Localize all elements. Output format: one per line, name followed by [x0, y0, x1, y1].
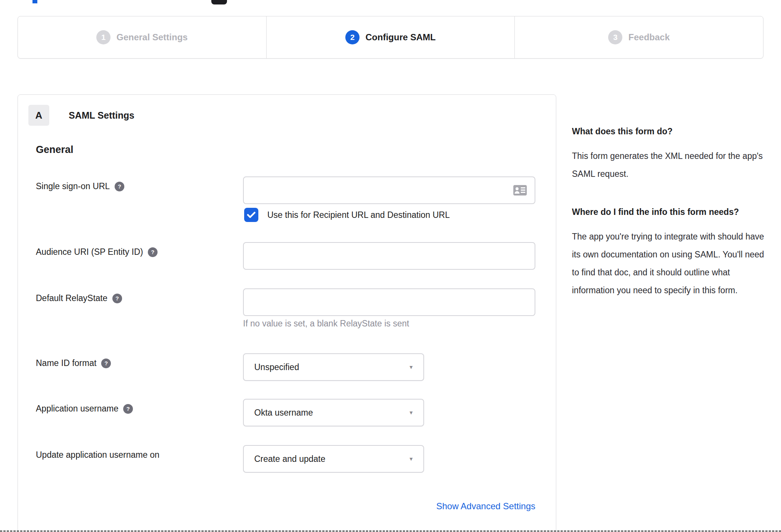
- show-advanced-settings-link[interactable]: Show Advanced Settings: [243, 501, 535, 511]
- contact-card-icon: [513, 185, 527, 196]
- sidebar-heading-2: Where do I find the info this form needs…: [572, 204, 765, 220]
- audience-uri-label: Audience URI (SP Entity ID) ?: [36, 247, 158, 257]
- name-id-format-value: Unspecified: [254, 362, 299, 372]
- help-sidebar: What does this form do? This form genera…: [572, 123, 765, 299]
- saml-settings-panel: A SAML Settings General Single sign-on U…: [18, 94, 556, 532]
- sso-url-label-text: Single sign-on URL: [36, 181, 110, 191]
- general-heading: General: [36, 144, 74, 156]
- sidebar-body-2: The app you're trying to integrate with …: [572, 228, 765, 299]
- relay-state-label: Default RelayState ?: [36, 293, 122, 303]
- relay-state-hint: If no value is set, a blank RelayState i…: [243, 319, 409, 329]
- chevron-down-icon: ▼: [408, 410, 414, 416]
- name-id-format-label-text: Name ID format: [36, 358, 96, 368]
- help-icon[interactable]: ?: [115, 182, 124, 191]
- step-1-circle: 1: [96, 30, 111, 44]
- app-username-value: Okta username: [254, 408, 313, 418]
- name-id-format-label: Name ID format ?: [36, 358, 111, 368]
- help-icon[interactable]: ?: [101, 359, 111, 368]
- chevron-down-icon: ▼: [408, 364, 414, 370]
- app-username-select[interactable]: Okta username ▼: [243, 399, 424, 426]
- help-icon[interactable]: ?: [112, 294, 122, 303]
- step-configure-saml[interactable]: 2 Configure SAML: [266, 16, 515, 58]
- update-username-label: Update application username on: [36, 450, 159, 460]
- help-icon[interactable]: ?: [123, 404, 133, 414]
- cropped-header-fragment-blue: [32, 0, 37, 3]
- app-username-label-text: Application username: [36, 404, 118, 414]
- chevron-down-icon: ▼: [408, 456, 414, 462]
- recipient-url-checkbox-label: Use this for Recipient URL and Destinati…: [267, 210, 450, 220]
- audience-uri-input[interactable]: [243, 242, 535, 270]
- step-3-label: Feedback: [628, 32, 670, 43]
- recipient-url-checkbox[interactable]: [244, 208, 258, 222]
- help-icon[interactable]: ?: [148, 247, 158, 257]
- screenshot-crop-edge: [0, 531, 781, 532]
- panel-header: A SAML Settings: [28, 105, 134, 126]
- wizard-stepper: 1 General Settings 2 Configure SAML 3 Fe…: [18, 16, 763, 59]
- update-username-value: Create and update: [254, 454, 326, 464]
- cropped-header-fragment-dark: [211, 0, 227, 4]
- update-username-label-text: Update application username on: [36, 450, 159, 460]
- relay-state-label-text: Default RelayState: [36, 293, 108, 303]
- sso-url-input[interactable]: [243, 176, 535, 204]
- relay-state-input[interactable]: [243, 288, 535, 316]
- step-1-label: General Settings: [116, 32, 188, 43]
- sidebar-heading-1: What does this form do?: [572, 123, 765, 140]
- checkmark-icon: [247, 211, 256, 219]
- step-3-circle: 3: [608, 30, 622, 44]
- step-feedback[interactable]: 3 Feedback: [514, 16, 763, 58]
- recipient-url-checkbox-row: Use this for Recipient URL and Destinati…: [244, 208, 450, 222]
- sidebar-body-1: This form generates the XML needed for t…: [572, 147, 765, 183]
- step-2-label: Configure SAML: [365, 32, 436, 43]
- step-2-circle: 2: [345, 30, 360, 44]
- audience-uri-label-text: Audience URI (SP Entity ID): [36, 247, 143, 257]
- panel-title: SAML Settings: [69, 110, 134, 121]
- app-username-label: Application username ?: [36, 404, 133, 414]
- sso-url-label: Single sign-on URL ?: [36, 181, 124, 191]
- update-username-select[interactable]: Create and update ▼: [243, 445, 424, 473]
- section-a-badge: A: [28, 105, 49, 126]
- name-id-format-select[interactable]: Unspecified ▼: [243, 353, 424, 381]
- step-general-settings[interactable]: 1 General Settings: [18, 16, 266, 58]
